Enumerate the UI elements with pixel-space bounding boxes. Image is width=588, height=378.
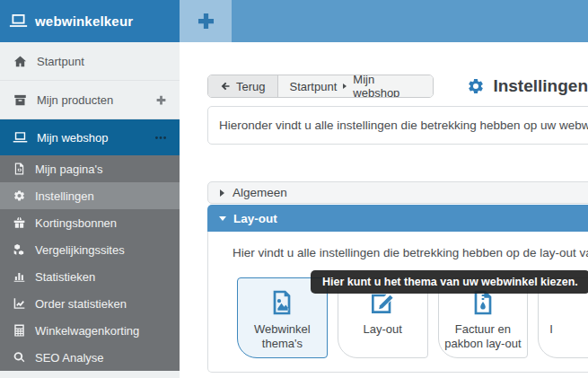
image-icon — [268, 288, 296, 317]
laptop-icon — [13, 131, 28, 145]
sidebar-item-mijn-producten[interactable]: Mijn producten — [0, 81, 180, 119]
back-button[interactable]: Terug — [208, 75, 278, 97]
breadcrumb-item[interactable]: Startpunt — [290, 80, 338, 93]
accordion-header-layout[interactable]: Lay-out — [207, 205, 588, 232]
breadcrumb-item[interactable]: Mijn webshop — [353, 75, 421, 98]
sidebar-item-startpunt[interactable]: Startpunt — [0, 42, 180, 81]
sidebar-item-seo-analyse[interactable]: SEO Analyse — [0, 344, 180, 371]
app-logo-text: webwinkelkeur — [35, 13, 133, 29]
bar-chart-icon — [13, 270, 26, 283]
app-logo[interactable]: webwinkelkeur — [0, 0, 180, 42]
breadcrumb-path[interactable]: Startpunt Mijn webshop — [278, 75, 434, 97]
sidebar-item-winkelwagenkorting[interactable]: Winkelwagenkorting — [0, 317, 180, 344]
sidebar-item-label: Instellingen — [35, 189, 94, 203]
back-label: Terug — [236, 80, 266, 93]
gear-icon — [13, 189, 26, 202]
sidebar-item-label: Vergelijkingssites — [35, 243, 125, 257]
plus-icon[interactable] — [155, 94, 167, 106]
layout-section-description: Hier vindt u alle instellingen die betre… — [208, 232, 588, 259]
sidebar-item-label: Kortingsbonnen — [35, 216, 117, 230]
search-icon — [13, 351, 26, 364]
main-content: Terug Startpunt Mijn webshop Instellinge… — [180, 42, 588, 378]
accordion-label: Lay-out — [233, 212, 277, 225]
sidebar-item-label: Mijn pagina's — [35, 163, 102, 176]
sidebar-item-vergelijkingssites[interactable]: Vergelijkingssites — [0, 236, 180, 263]
back-arrow-icon — [220, 81, 231, 92]
collapse-ellipsis-icon[interactable] — [154, 136, 167, 140]
sidebar-item-label: Startpunt — [37, 55, 167, 68]
accordion-label: Algemeen — [233, 186, 287, 199]
layout-section-panel: Hier vindt u alle instellingen die betre… — [207, 232, 588, 373]
card-label: I — [539, 322, 557, 337]
sidebar-item-label: Statistieken — [35, 270, 95, 284]
line-chart-icon — [13, 297, 26, 310]
sidebar-item-kortingsbonnen[interactable]: Kortingsbonnen — [0, 209, 180, 236]
sidebar-item-statistieken[interactable]: Statistieken — [0, 263, 180, 290]
gift-icon — [13, 216, 26, 229]
card-label: Webwinkel thema's — [238, 322, 327, 352]
intro-panel: Hieronder vindt u alle instellingen die … — [207, 106, 588, 145]
sidebar-item-label: Mijn producten — [37, 93, 155, 107]
sidebar-submenu: Mijn pagina's Instellingen Kortingsbonne… — [0, 155, 180, 371]
home-icon — [13, 55, 28, 68]
page-title-text: Instellingen — [493, 76, 588, 96]
topbar — [180, 0, 588, 42]
webwinkelkeur-admin: { "app": { "logo": "webwinkelkeur" }, "t… — [0, 0, 588, 378]
card-label: Factuur en pakbon lay-out — [439, 322, 528, 352]
gear-icon — [467, 77, 485, 95]
sidebar-item-label: SEO Analyse — [35, 351, 104, 365]
sidebar-item-instellingen[interactable]: Instellingen — [0, 182, 180, 209]
breadcrumb: Terug Startpunt Mijn webshop Instellinge… — [207, 75, 588, 98]
file-code-icon — [13, 163, 26, 175]
card-label: Lay-out — [359, 322, 405, 337]
sidebar-item-mijn-webshop[interactable]: Mijn webshop — [0, 119, 180, 155]
caret-right-icon — [343, 84, 347, 89]
sidebar-item-mijn-paginas[interactable]: Mijn pagina's — [0, 155, 180, 182]
sidebar-item-order-statistieken[interactable]: Order statistieken — [0, 290, 180, 317]
products-icon — [13, 93, 28, 107]
sidebar-item-label: Mijn webshop — [37, 131, 154, 145]
breadcrumb-pill: Terug Startpunt Mijn webshop — [207, 75, 434, 98]
caret-down-icon — [219, 216, 226, 221]
cubes-icon — [13, 243, 26, 256]
add-tab-button[interactable] — [180, 0, 232, 42]
caret-right-icon — [220, 189, 224, 197]
laptop-icon — [9, 13, 28, 29]
tooltip: Hier kunt u het thema van uw webwinkel k… — [311, 270, 588, 294]
sidebar-item-label: Order statistieken — [35, 297, 127, 311]
page-title: Instellingen — [467, 76, 588, 96]
accordion-header-algemeen[interactable]: Algemeen — [207, 181, 588, 204]
sidebar: webwinkelkeur Startpunt Mijn producten M… — [0, 0, 180, 378]
sidebar-item-label: Winkelwagenkorting — [35, 324, 139, 338]
plus-icon — [197, 12, 215, 31]
intro-text: Hieronder vindt u alle instellingen die … — [219, 119, 588, 132]
calculator-icon — [13, 324, 26, 337]
cards-area: Hier kunt u het thema van uw webwinkel k… — [208, 277, 588, 358]
